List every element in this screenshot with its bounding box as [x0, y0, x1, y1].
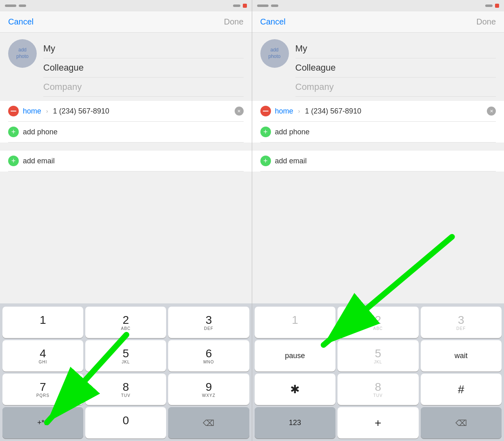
signal-icon-right [257, 4, 269, 7]
nav-bar-left: Cancel Done [0, 11, 252, 33]
last-name-field-left[interactable] [43, 62, 244, 73]
chevron-icon-left: › [46, 108, 48, 114]
add-email-icon-left [8, 156, 19, 166]
clear-phone-button-left[interactable] [235, 107, 244, 116]
add-email-row-right[interactable]: add email [260, 151, 496, 172]
phone-label-right[interactable]: home [275, 107, 293, 116]
battery-icon-right [495, 4, 499, 8]
key-row-4-right: 123 + ⌫ [255, 407, 502, 439]
remove-phone-button-right[interactable] [260, 106, 271, 116]
key-row-4-left: +*# 0 ⌫ [2, 407, 249, 439]
key-row-2-right: pause 5 JKL wait [255, 340, 502, 372]
email-section-left: add email [0, 151, 252, 172]
key-plus-right[interactable]: + [337, 407, 419, 439]
status-bar-right [252, 0, 504, 11]
email-section-right: add email [252, 151, 504, 172]
key-special-left[interactable]: +*# [2, 407, 83, 439]
add-email-icon-right [260, 156, 271, 166]
phone-number-input-right[interactable] [305, 107, 483, 116]
key-3-right[interactable]: 3 DEF [421, 307, 502, 338]
remove-phone-button-left[interactable] [8, 106, 19, 116]
key-row-1-right: 1 2 ABC 3 DEF [255, 307, 502, 338]
clear-phone-button-right[interactable] [487, 107, 496, 116]
cancel-button-right[interactable]: Cancel [260, 17, 286, 27]
key-row-3-right: ✱ 8 TUV # [255, 374, 502, 405]
contact-header-right: add photo Company [252, 33, 504, 97]
first-name-field-right[interactable] [295, 43, 496, 54]
key-row-3-left: 7 PQRS 8 TUV 9 WXYZ [2, 374, 249, 405]
add-email-row-left[interactable]: add email [8, 151, 244, 172]
key-9-left[interactable]: 9 WXYZ [168, 374, 249, 405]
add-phone-label-right: add phone [275, 128, 310, 136]
form-section-right: home › add phone [252, 101, 504, 143]
phone-row-left: home › [8, 101, 244, 122]
contact-header-left: add photo Company [0, 33, 252, 97]
add-phone-label-left: add phone [23, 128, 58, 136]
phone-number-input-left[interactable] [53, 107, 231, 116]
chevron-icon-right: › [298, 108, 300, 114]
add-email-label-left: add email [23, 157, 55, 165]
key-row-2-left: 4 GHI 5 JKL 6 MNO [2, 340, 249, 372]
wifi-icon-right [485, 4, 493, 7]
key-3-left[interactable]: 3 DEF [168, 307, 249, 338]
key-4-left[interactable]: 4 GHI [2, 340, 83, 372]
key-pause-right[interactable]: pause [255, 340, 336, 372]
add-phone-row-right[interactable]: add phone [260, 122, 496, 143]
phone-label-left[interactable]: home [23, 107, 41, 116]
signal-icon [5, 4, 16, 7]
status-bar-left [0, 0, 252, 11]
key-1-right[interactable]: 1 [255, 307, 336, 338]
add-phone-icon-right [260, 127, 271, 137]
last-name-field-right[interactable] [295, 62, 496, 73]
key-6-left[interactable]: 6 MNO [168, 340, 249, 372]
wifi-icon [233, 4, 240, 7]
key-7-left[interactable]: 7 PQRS [2, 374, 83, 405]
key-5-left[interactable]: 5 JKL [85, 340, 166, 372]
done-button-right[interactable]: Done [476, 17, 496, 27]
done-button-left[interactable]: Done [224, 17, 244, 27]
add-phone-row-left[interactable]: add phone [8, 122, 244, 143]
add-photo-button-left[interactable]: add photo [8, 39, 37, 68]
key-1-left[interactable]: 1 [2, 307, 83, 338]
keyboard-left: 1 2 ABC 3 DEF 4 GHI 5 JKL 6 [0, 303, 252, 441]
add-email-label-right: add email [275, 157, 307, 165]
battery-icon [243, 4, 247, 8]
key-0-left[interactable]: 0 [85, 407, 166, 439]
key-wait-right[interactable]: wait [421, 340, 502, 372]
key-hash-right[interactable]: # [421, 374, 502, 405]
company-placeholder-left: Company [43, 82, 82, 92]
key-row-1-left: 1 2 ABC 3 DEF [2, 307, 249, 338]
key-123-right[interactable]: 123 [255, 407, 336, 439]
key-backspace-right[interactable]: ⌫ [421, 407, 502, 439]
add-phone-icon-left [8, 127, 19, 137]
key-2-left[interactable]: 2 ABC [85, 307, 166, 338]
company-placeholder-right: Company [295, 82, 334, 92]
nav-bar-right: Cancel Done [252, 11, 504, 33]
keyboard-right: 1 2 ABC 3 DEF pause 5 JKL wait [252, 303, 504, 441]
carrier-icon-right [271, 4, 278, 7]
add-photo-button-right[interactable]: add photo [260, 39, 289, 68]
key-2-right[interactable]: 2 ABC [337, 307, 419, 338]
phone-row-right: home › [260, 101, 496, 122]
first-name-field-left[interactable] [43, 43, 244, 54]
key-backspace-left[interactable]: ⌫ [168, 407, 249, 439]
key-star-right[interactable]: ✱ [255, 374, 336, 405]
form-section-left: home › add phone [0, 101, 252, 143]
cancel-button-left[interactable]: Cancel [8, 17, 33, 27]
key-8-left[interactable]: 8 TUV [85, 374, 166, 405]
key-5-right[interactable]: 5 JKL [337, 340, 419, 372]
carrier-icon [19, 4, 26, 7]
key-8-right[interactable]: 8 TUV [337, 374, 419, 405]
